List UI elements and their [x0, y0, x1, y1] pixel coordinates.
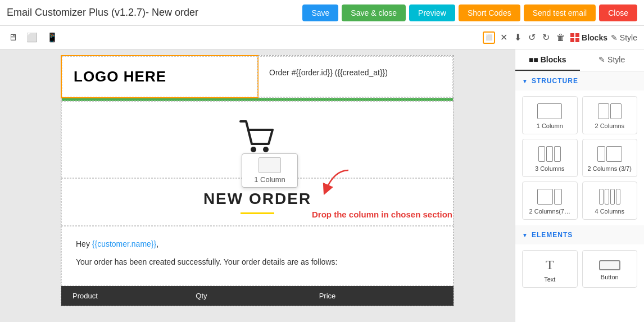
element-text[interactable]: T Text: [522, 250, 578, 288]
blocks-grid-icon: [570, 33, 579, 42]
page-title: Email Customizer Plus (v1.2.7)- New orde…: [7, 7, 302, 19]
2-col-7-3-icon: [537, 189, 562, 205]
structure-2-columns-7-3-label: 2 Columns(7…: [529, 208, 570, 215]
drop-arrow: [318, 167, 351, 197]
drag-indicator: 1 Column: [242, 153, 298, 188]
structure-4-columns[interactable]: 4 Columns: [582, 182, 638, 220]
4-col-icon: [599, 189, 620, 205]
2-col-icon: [598, 103, 622, 119]
table-col-qty: Qty: [196, 292, 319, 300]
greeting-text: Hey {{customer.name}},: [76, 238, 439, 250]
elements-section-header[interactable]: ▼ ELEMENTS: [515, 225, 644, 244]
download-icon[interactable]: ⬇: [513, 30, 523, 44]
panel-tabs: ■■ Blocks ✎ Style: [515, 49, 644, 71]
elements-chevron: ▼: [522, 232, 528, 238]
tab-blocks[interactable]: ■■ Blocks: [515, 49, 580, 71]
structure-2-columns-3-7-label: 2 Columns (3/7): [588, 165, 632, 172]
redo-icon[interactable]: ↻: [541, 30, 551, 44]
select-icon[interactable]: ⬜: [483, 31, 495, 44]
svg-point-1: [263, 147, 269, 152]
structure-2-columns-7-3[interactable]: 2 Columns(7…: [522, 182, 578, 220]
blocks-toggle[interactable]: Blocks: [570, 33, 607, 42]
structure-grid: 1 Column 2 Columns 3 Columns: [515, 90, 644, 225]
drag-indicator-box: [258, 157, 281, 173]
structure-2-columns-3-7[interactable]: 2 Columns (3/7): [582, 139, 638, 177]
3-col-icon: [538, 146, 561, 162]
structure-3-columns[interactable]: 3 Columns: [522, 139, 578, 177]
structure-chevron: ▼: [522, 78, 528, 84]
text-element-icon: T: [546, 257, 554, 273]
body-text-section[interactable]: Hey {{customer.name}}, Your order has be…: [61, 226, 453, 286]
canvas-area: LOGO HERE Order #{{order.id}} ({{created…: [0, 49, 515, 322]
element-button-label: Button: [601, 274, 619, 280]
delete-icon[interactable]: 🗑: [555, 31, 567, 44]
toolbar: 🖥 ⬜ 📱 ⬜ ✕ ⬇ ↺ ↻ 🗑 Blocks ✎ Style: [0, 26, 644, 49]
drop-instruction: Drop the column in chosen section: [312, 210, 452, 219]
structure-1-column-label: 1 Column: [537, 123, 563, 129]
header-buttons: Save Save & close Preview Short Codes Se…: [302, 4, 637, 21]
tab-blocks-label: ■■ Blocks: [529, 55, 566, 64]
2-col-3-7-icon: [597, 146, 622, 162]
save-button[interactable]: Save: [302, 4, 338, 21]
elements-grid: T Text Button: [515, 244, 644, 293]
elements-label: ELEMENTS: [532, 231, 573, 239]
close-button[interactable]: Close: [599, 4, 637, 21]
short-codes-button[interactable]: Short Codes: [459, 4, 520, 21]
tablet-icon[interactable]: ⬜: [25, 30, 39, 44]
logo-column[interactable]: LOGO HERE: [62, 56, 257, 97]
structure-4-columns-label: 4 Columns: [595, 208, 624, 215]
order-code: Order #{{order.id}} ({{created_at}}): [269, 68, 388, 77]
structure-2-columns[interactable]: 2 Columns: [582, 96, 638, 134]
mobile-icon[interactable]: 📱: [45, 30, 60, 44]
style-toggle[interactable]: ✎ Style: [611, 33, 637, 42]
structure-section-header[interactable]: ▼ STRUCTURE: [515, 71, 644, 90]
desktop-icon[interactable]: 🖥: [7, 30, 19, 44]
toolbar-actions: ⬜ ✕ ⬇ ↺ ↻ 🗑 Blocks ✎ Style: [483, 30, 637, 44]
undo-icon[interactable]: ↺: [527, 30, 537, 44]
table-col-product: Product: [72, 292, 196, 300]
drag-indicator-label: 1 Column: [254, 175, 285, 184]
tab-style-label: ✎ Style: [598, 55, 625, 64]
preview-button[interactable]: Preview: [409, 4, 455, 21]
right-panel: ■■ Blocks ✎ Style ▼ STRUCTURE 1 Column: [515, 49, 644, 322]
header: Email Customizer Plus (v1.2.7)- New orde…: [0, 0, 644, 26]
yellow-underline: [241, 212, 274, 214]
table-header: Product Qty Price: [61, 286, 453, 306]
device-icons: 🖥 ⬜ 📱: [7, 30, 60, 44]
structure-2-columns-label: 2 Columns: [595, 123, 624, 129]
tab-style[interactable]: ✎ Style: [580, 49, 645, 71]
table-col-price: Price: [319, 292, 442, 300]
move-icon[interactable]: ✕: [498, 30, 509, 44]
button-element-icon: [599, 260, 620, 270]
1-col-icon: [537, 103, 562, 119]
new-order-title: NEW ORDER: [73, 190, 442, 208]
blocks-label: Blocks: [582, 33, 607, 42]
save-close-button[interactable]: Save & close: [342, 4, 406, 21]
order-created-text: Your order has been created successfully…: [76, 256, 439, 268]
structure-label: STRUCTURE: [532, 77, 578, 85]
element-button[interactable]: Button: [582, 250, 638, 288]
order-column[interactable]: Order #{{order.id}} ({{created_at}}): [257, 56, 453, 97]
customer-name-shortcode: {{customer.name}}: [92, 239, 156, 248]
svg-point-0: [251, 147, 256, 152]
email-header-section: LOGO HERE Order #{{order.id}} ({{created…: [61, 56, 453, 98]
element-text-label: Text: [544, 276, 555, 283]
main-layout: LOGO HERE Order #{{order.id}} ({{created…: [0, 49, 644, 322]
logo-text: LOGO HERE: [74, 68, 246, 85]
structure-3-columns-label: 3 Columns: [535, 165, 565, 172]
structure-1-column[interactable]: 1 Column: [522, 96, 578, 134]
send-test-button[interactable]: Send test email: [524, 4, 596, 21]
